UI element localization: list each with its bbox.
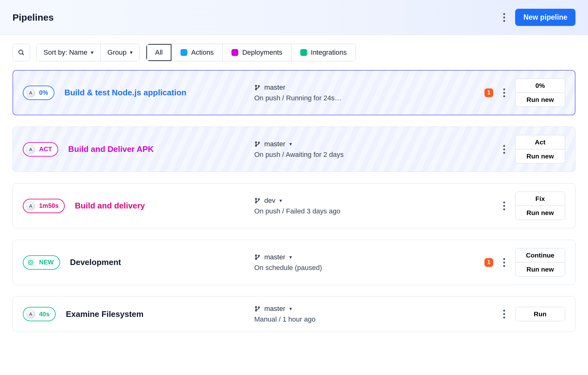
pipeline-card-right: FixRun new (500, 192, 565, 220)
pipeline-branch-label: master (264, 305, 285, 313)
pipeline-status-text: On push / Running for 24s… (254, 94, 478, 102)
pipeline-branch-row[interactable]: master▼ (254, 140, 494, 148)
filter-tab-deployments[interactable]: Deployments (222, 44, 291, 61)
pipeline-menu-button[interactable] (500, 85, 508, 100)
pipeline-menu-button[interactable] (500, 198, 508, 213)
pipeline-title[interactable]: Development (70, 258, 121, 267)
sort-label: Sort by: Name (43, 48, 88, 57)
pipeline-card[interactable]: AACTBuild and Deliver APKmaster▼On push … (13, 127, 575, 172)
pipeline-status-pill[interactable]: A40s (23, 307, 56, 321)
alert-badge[interactable]: 1 (484, 88, 493, 97)
pipeline-action-button[interactable]: Fix (515, 192, 565, 206)
pipeline-card[interactable]: NEWDevelopmentmaster▼On schedule (paused… (13, 240, 575, 285)
alert-badge[interactable]: 1 (484, 258, 493, 267)
pipeline-card[interactable]: A0%Build & test Node.js applicationmaste… (13, 70, 575, 115)
pipeline-card-left: A0%Build & test Node.js application (23, 86, 248, 100)
pipeline-card-left: A1m50sBuild and delivery (23, 199, 248, 213)
sort-group-controls: Sort by: Name ▾ Group ▾ (36, 44, 140, 61)
pipeline-action-button[interactable]: Run new (515, 92, 565, 107)
pipeline-action-button[interactable]: Run new (515, 206, 565, 220)
pipeline-menu-button[interactable] (500, 307, 508, 322)
pipeline-pill-label: 40s (39, 311, 49, 318)
pipeline-action-button[interactable]: 0% (515, 79, 565, 92)
pipeline-card-right: Run (500, 307, 565, 322)
filter-tab-actions[interactable]: Actions (171, 44, 222, 61)
pipeline-action-button[interactable]: Run (515, 307, 565, 321)
pipeline-branch-label: dev (264, 197, 275, 205)
pipeline-branch-label: master (264, 253, 285, 261)
svg-point-0 (19, 50, 23, 54)
pipeline-branch-label: master (264, 83, 285, 92)
search-button[interactable] (13, 44, 30, 61)
pipeline-branch-row[interactable]: dev▼ (254, 197, 494, 205)
pipeline-status-text: On push / Failed 3 days ago (254, 207, 494, 215)
group-button[interactable]: Group ▾ (100, 44, 139, 61)
caret-down-icon: ▼ (288, 142, 293, 147)
pipeline-action-button[interactable]: Act (515, 135, 565, 149)
header-menu-button[interactable] (500, 10, 508, 25)
pipeline-pill-label: NEW (39, 259, 54, 266)
svg-point-7 (258, 142, 260, 143)
pipeline-card-middle: masterOn push / Running for 24s… (254, 83, 478, 102)
pipeline-action-button[interactable]: Run new (515, 262, 565, 276)
pipeline-card-right: ActRun new (500, 135, 565, 163)
swatch-icon (231, 49, 238, 56)
pipeline-menu-button[interactable] (500, 255, 508, 270)
kebab-dot-icon (503, 17, 505, 18)
filter-tabs: All Actions Deployments Integrations (146, 44, 356, 61)
pipeline-status-pill[interactable]: A1m50s (23, 199, 65, 213)
svg-point-5 (255, 142, 256, 143)
pipeline-branch-row: master (254, 83, 478, 92)
pipeline-card[interactable]: A1m50sBuild and deliverydev▼On push / Fa… (13, 183, 575, 228)
pipeline-title[interactable]: Build & test Node.js application (64, 88, 186, 98)
filter-tab-label: Actions (191, 48, 214, 57)
pipeline-pill-label: 0% (39, 89, 48, 96)
filter-tab-integrations[interactable]: Integrations (291, 44, 356, 61)
header-actions: New pipeline (500, 9, 575, 26)
pipeline-action-button[interactable]: Run new (515, 149, 565, 163)
svg-point-9 (255, 202, 256, 203)
pipeline-status-pill[interactable]: AACT (23, 142, 58, 157)
toolbar: Sort by: Name ▾ Group ▾ All Actions Depl… (0, 35, 588, 70)
pipeline-status-text: On schedule (paused) (254, 264, 478, 272)
branch-icon (254, 305, 261, 312)
svg-point-16 (255, 310, 256, 311)
pipeline-card[interactable]: A40sExamine Filesystemmaster▼Manual / 1 … (13, 296, 575, 332)
new-pipeline-button[interactable]: New pipeline (515, 9, 575, 26)
pipeline-status-pill[interactable]: A0% (23, 86, 54, 100)
svg-point-15 (255, 306, 256, 308)
pipeline-card-middle: master▼Manual / 1 hour ago (254, 305, 494, 323)
pipeline-title[interactable]: Build and Deliver APK (68, 144, 154, 154)
svg-point-6 (255, 145, 256, 146)
caret-down-icon: ▼ (288, 306, 293, 311)
pipeline-title[interactable]: Build and delivery (75, 201, 145, 211)
pipeline-action-button[interactable]: Continue (515, 248, 565, 262)
page-header: Pipelines New pipeline (0, 0, 588, 35)
pipeline-card-middle: master▼On push / Awaiting for 2 days (254, 140, 494, 159)
svg-point-4 (258, 85, 260, 87)
pipeline-action-group: ActRun new (515, 135, 565, 163)
chevron-down-icon: ▾ (91, 49, 94, 56)
pipeline-branch-row[interactable]: master▼ (254, 305, 494, 313)
caret-down-icon: ▼ (278, 198, 283, 203)
pipeline-pill-label: 1m50s (39, 202, 58, 209)
svg-line-1 (22, 53, 24, 55)
pipeline-branch-label: master (264, 140, 285, 148)
sort-button[interactable]: Sort by: Name ▾ (37, 44, 100, 61)
filter-tab-all[interactable]: All (146, 44, 171, 61)
pipeline-card-right: 10%Run new (484, 78, 565, 107)
pipeline-avatar: A (26, 309, 35, 319)
filter-tab-label: Deployments (242, 48, 282, 57)
swatch-icon (180, 49, 187, 56)
pipeline-title[interactable]: Examine Filesystem (66, 309, 144, 319)
pipeline-branch-row[interactable]: master▼ (254, 253, 478, 261)
pipeline-status-text: Manual / 1 hour ago (254, 315, 494, 323)
pipeline-menu-button[interactable] (500, 142, 508, 157)
svg-point-8 (255, 198, 256, 199)
pipeline-card-middle: dev▼On push / Failed 3 days ago (254, 197, 494, 215)
svg-point-3 (255, 88, 256, 90)
pipeline-avatar: A (26, 88, 35, 98)
pipeline-status-pill[interactable]: NEW (23, 255, 60, 270)
chevron-down-icon: ▾ (130, 49, 133, 56)
gear-icon (28, 259, 34, 266)
